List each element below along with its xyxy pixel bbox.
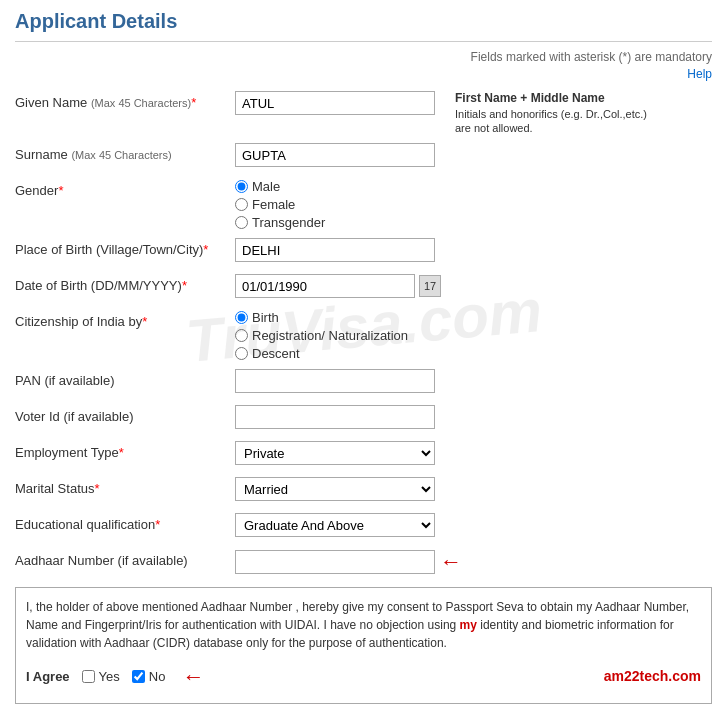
given-name-label: Given Name (Max 45 Characters)*: [15, 91, 235, 110]
agree-yes-option[interactable]: Yes: [82, 667, 120, 687]
education-label: Educational qualification*: [15, 513, 235, 532]
page-title: Applicant Details: [15, 10, 712, 42]
agree-no-checkbox[interactable]: [132, 670, 145, 683]
marital-label: Marital Status*: [15, 477, 235, 496]
aadhaar-arrow-icon: ←: [440, 549, 462, 575]
gender-label: Gender*: [15, 179, 235, 198]
citizenship-birth-option[interactable]: Birth: [235, 310, 408, 325]
surname-label: Surname (Max 45 Characters): [15, 143, 235, 162]
citizenship-descent-option[interactable]: Descent: [235, 346, 408, 361]
dob-label: Date of Birth (DD/MM/YYYY)*: [15, 274, 235, 293]
citizenship-registration-radio[interactable]: [235, 329, 248, 342]
citizenship-birth-radio[interactable]: [235, 311, 248, 324]
voter-label: Voter Id (if available): [15, 405, 235, 424]
gender-transgender-radio[interactable]: [235, 216, 248, 229]
agree-arrow-icon: ←: [182, 660, 204, 693]
pob-label: Place of Birth (Village/Town/City)*: [15, 238, 235, 257]
help-link[interactable]: Help: [687, 67, 712, 81]
employment-label: Employment Type*: [15, 441, 235, 460]
education-select[interactable]: Below Matriculation Matriculation Higher…: [235, 513, 435, 537]
agree-yes-checkbox[interactable]: [82, 670, 95, 683]
i-agree-label: I Agree: [26, 667, 70, 687]
citizenship-registration-option[interactable]: Registration/ Naturalization: [235, 328, 408, 343]
pob-input[interactable]: [235, 238, 435, 262]
gender-transgender-option[interactable]: Transgender: [235, 215, 325, 230]
voter-input[interactable]: [235, 405, 435, 429]
citizenship-radio-group: Birth Registration/ Naturalization Desce…: [235, 310, 408, 361]
consent-text: I, the holder of above mentioned Aadhaar…: [26, 598, 701, 652]
aadhaar-label: Aadhaar Number (if available): [15, 549, 235, 568]
am22-watermark: am22tech.com: [604, 666, 701, 687]
gender-male-option[interactable]: Male: [235, 179, 325, 194]
agree-no-option[interactable]: No: [132, 667, 166, 687]
aadhaar-input[interactable]: [235, 550, 435, 574]
gender-radio-group: Male Female Transgender: [235, 179, 325, 230]
gender-female-option[interactable]: Female: [235, 197, 325, 212]
gender-female-radio[interactable]: [235, 198, 248, 211]
given-name-input[interactable]: [235, 91, 435, 115]
marital-select[interactable]: Single Married Divorced Widowed Separate…: [235, 477, 435, 501]
consent-box: I, the holder of above mentioned Aadhaar…: [15, 587, 712, 704]
employment-select[interactable]: Private Government Self-Employed Student…: [235, 441, 435, 465]
citizenship-descent-radio[interactable]: [235, 347, 248, 360]
pan-input[interactable]: [235, 369, 435, 393]
dob-input[interactable]: [235, 274, 415, 298]
citizenship-label: Citizenship of India by*: [15, 310, 235, 329]
calendar-icon[interactable]: 17: [419, 275, 441, 297]
mandatory-note: Fields marked with asterisk (*) are mand…: [15, 50, 712, 64]
name-hint: First Name + Middle Name Initials and ho…: [455, 91, 655, 135]
pan-label: PAN (if available): [15, 369, 235, 388]
surname-input[interactable]: [235, 143, 435, 167]
gender-male-radio[interactable]: [235, 180, 248, 193]
